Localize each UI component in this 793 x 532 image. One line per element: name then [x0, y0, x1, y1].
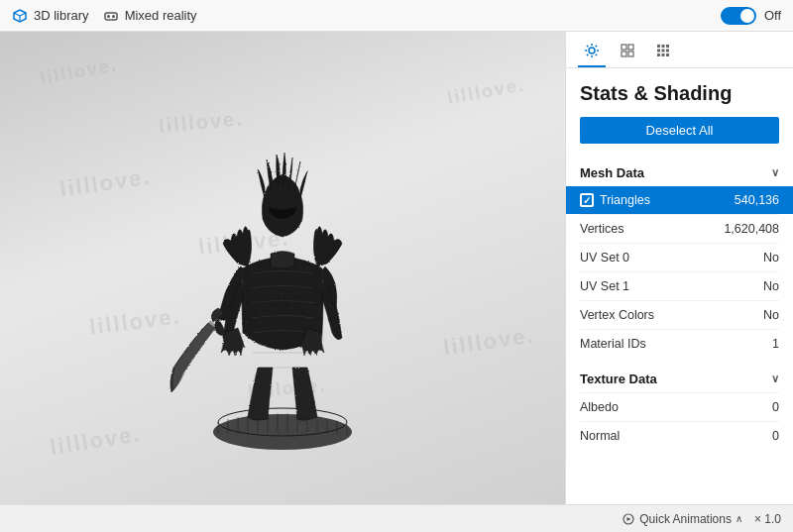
svg-rect-32	[622, 45, 626, 50]
vertex-colors-row: Vertex Colors No	[580, 300, 779, 329]
scale-label: × 1.0	[754, 512, 781, 526]
texture-data-label: Texture Data	[580, 372, 657, 386]
vertices-value: 1,620,408	[724, 222, 779, 236]
3d-cube-icon	[12, 8, 28, 24]
toggle-off-label: Off	[764, 8, 781, 23]
mixed-reality-label: Mixed reality	[125, 8, 197, 23]
library-section: 3D library Mixed reality	[12, 8, 197, 24]
library-label: 3D library	[34, 8, 89, 23]
albedo-label: Albedo	[580, 400, 619, 414]
svg-rect-36	[657, 45, 660, 48]
svg-line-3	[20, 13, 26, 16]
mesh-data-label: Mesh Data	[580, 165, 644, 180]
svg-line-29	[596, 54, 597, 55]
svg-point-5	[107, 15, 110, 18]
svg-point-23	[589, 48, 595, 53]
mesh-data-chevron: ∨	[771, 166, 779, 179]
vertex-colors-label: Vertex Colors	[580, 308, 654, 322]
uv-set-0-label: UV Set 0	[580, 251, 629, 265]
deselect-all-button[interactable]: Deselect All	[580, 117, 779, 144]
mesh-data-header[interactable]: Mesh Data ∨	[580, 160, 779, 186]
svg-line-28	[587, 46, 588, 47]
top-bar: 3D library Mixed reality Off	[0, 0, 793, 32]
material-ids-row: Material IDs 1	[580, 329, 779, 358]
scale-item[interactable]: × 1.0	[754, 512, 781, 526]
svg-line-31	[596, 46, 597, 47]
svg-marker-46	[627, 517, 631, 521]
svg-rect-37	[662, 45, 665, 48]
triangles-checkbox[interactable]	[580, 193, 594, 207]
svg-rect-42	[657, 53, 660, 56]
triangles-row[interactable]: Triangles 540,136	[566, 186, 793, 214]
svg-rect-35	[628, 52, 633, 56]
uv-set-1-label: UV Set 1	[580, 279, 629, 293]
quick-animations-chevron: ∧	[736, 513, 742, 524]
tab-grid[interactable]	[614, 40, 641, 67]
uv-set-1-value: No	[763, 279, 779, 293]
quick-animations-item[interactable]: Quick Animations ∧	[622, 512, 742, 526]
tab-tiles[interactable]	[649, 40, 677, 67]
sun-icon	[584, 43, 600, 58]
triangles-label: Triangles	[600, 193, 650, 207]
warrior-3d-model	[154, 80, 411, 457]
vertex-colors-value: No	[763, 308, 779, 322]
svg-rect-4	[105, 13, 117, 20]
svg-rect-40	[662, 50, 665, 53]
main-content: lilllove. lilllove. lilllove. lilllove. …	[0, 32, 793, 504]
right-panel: Stats & Shading Deselect All Mesh Data ∨…	[565, 32, 793, 504]
panel-title: Stats & Shading	[580, 82, 779, 105]
svg-rect-43	[662, 53, 665, 56]
mixed-reality-icon	[103, 8, 119, 24]
uv-set-0-value: No	[763, 251, 779, 265]
svg-rect-38	[666, 45, 669, 48]
watermark-7: lilllove.	[49, 421, 144, 461]
tab-sun[interactable]	[578, 40, 606, 67]
albedo-row: Albedo 0	[580, 392, 779, 421]
texture-data-section: Texture Data ∨ Albedo 0 Normal 0	[580, 366, 779, 450]
texture-data-chevron: ∨	[771, 372, 779, 385]
uv-set-1-row: UV Set 1 No	[580, 271, 779, 300]
svg-rect-41	[666, 50, 669, 53]
normal-label: Normal	[580, 429, 620, 443]
svg-point-6	[112, 15, 115, 18]
vertices-label: Vertices	[580, 222, 623, 236]
grid-icon	[620, 43, 635, 58]
triangles-value: 540,136	[735, 193, 779, 207]
svg-rect-39	[657, 50, 660, 53]
tiles-icon	[655, 43, 671, 58]
watermark-3: lilllove.	[58, 164, 153, 203]
albedo-value: 0	[772, 400, 779, 414]
texture-data-header[interactable]: Texture Data ∨	[580, 366, 779, 392]
toggle-section: Off	[721, 7, 781, 25]
watermark-1: lilllove.	[39, 54, 119, 88]
svg-line-30	[587, 54, 588, 55]
svg-rect-44	[666, 53, 669, 56]
uv-set-0-row: UV Set 0 No	[580, 243, 779, 271]
quick-animations-label: Quick Animations	[639, 512, 732, 526]
animation-icon	[622, 512, 635, 526]
3d-viewport[interactable]: lilllove. lilllove. lilllove. lilllove. …	[0, 32, 565, 504]
normal-value: 0	[772, 429, 779, 443]
svg-rect-34	[622, 52, 626, 56]
panel-tabs	[566, 32, 793, 68]
panel-content: Stats & Shading Deselect All Mesh Data ∨…	[566, 68, 793, 504]
mixed-reality-toggle[interactable]	[721, 7, 756, 25]
svg-rect-33	[628, 45, 633, 50]
svg-line-2	[14, 13, 20, 16]
material-ids-value: 1	[772, 337, 779, 351]
material-ids-label: Material IDs	[580, 337, 646, 351]
mesh-data-section: Mesh Data ∨ Triangles 540,136 Vertices 1…	[580, 160, 779, 358]
watermark-9: lilllove.	[442, 323, 536, 362]
svg-point-7	[213, 414, 352, 450]
vertices-row: Vertices 1,620,408	[580, 214, 779, 243]
watermark-8: lilllove.	[446, 74, 526, 108]
bottom-bar: Quick Animations ∧ × 1.0	[0, 504, 793, 532]
normal-row: Normal 0	[580, 421, 779, 450]
